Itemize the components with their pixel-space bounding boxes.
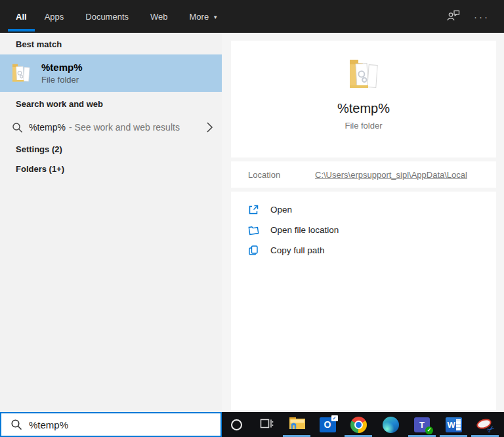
search-web-header: Search work and web — [16, 99, 103, 109]
copy-icon — [248, 245, 259, 256]
best-match-title: %temp% — [41, 62, 83, 73]
active-tab-underline — [8, 29, 35, 31]
web-search-suggestion[interactable]: %temp% - See work and web results — [0, 115, 222, 139]
search-input-value: %temp% — [29, 419, 68, 430]
action-open[interactable]: Open — [231, 199, 496, 220]
taskbar-item-edge[interactable] — [381, 412, 400, 437]
word-icon: W — [446, 417, 462, 432]
cortana-icon — [231, 419, 242, 430]
actions-card: Open Open file location Copy full path — [231, 192, 496, 410]
taskbar-item-outlook[interactable]: O ✓ — [318, 412, 337, 437]
tab-more-label: More — [190, 12, 209, 22]
options-ellipsis-icon[interactable]: ··· — [474, 12, 490, 22]
taskbar-item-chrome[interactable] — [348, 412, 368, 437]
file-explorer-icon — [288, 415, 306, 434]
chevron-down-icon: ▼ — [213, 14, 218, 20]
edge-icon — [383, 417, 399, 433]
task-view-icon — [259, 417, 274, 432]
location-link[interactable]: C:\Users\erpsupport_sipl\AppData\Local — [315, 170, 467, 180]
settings-group-header[interactable]: Settings (2) — [16, 144, 62, 154]
outlook-icon: O ✓ — [320, 417, 336, 432]
folder-icon-large — [345, 56, 383, 93]
action-open-file-location-label: Open file location — [270, 225, 339, 235]
best-match-result[interactable]: %temp% File folder — [0, 54, 222, 92]
tab-more[interactable]: More ▼ — [190, 0, 222, 33]
feedback-icon[interactable] — [446, 9, 461, 24]
preview-card: %temp% File folder — [231, 41, 496, 157]
action-copy-full-path[interactable]: Copy full path — [231, 240, 496, 260]
suggestion-query: %temp% — [29, 122, 66, 133]
taskbar-search-box[interactable]: %temp% — [0, 412, 222, 437]
tab-apps-label: Apps — [45, 12, 64, 22]
preview-title: %temp% — [231, 101, 496, 116]
outlook-envelope-badge: ✓ — [331, 415, 338, 421]
teams-status-badge: ✓ — [425, 427, 433, 434]
open-icon — [248, 204, 259, 215]
taskbar-item-taskview[interactable] — [257, 412, 276, 437]
search-filter-bar: All Apps Documents Web More ▼ — [0, 0, 504, 33]
tab-apps[interactable]: Apps — [45, 0, 68, 33]
taskbar-item-explorer[interactable] — [287, 412, 306, 437]
tab-web-label: Web — [150, 12, 168, 22]
taskbar-item-teams[interactable]: T ✓ — [412, 412, 432, 437]
preview-panel: %temp% File folder Location C:\Users\erp… — [222, 33, 504, 412]
location-card: Location C:\Users\erpsupport_sipl\AppDat… — [231, 161, 496, 188]
search-results-panel: Best match %temp% File folder Search — [0, 33, 222, 412]
best-match-subtitle: File folder — [41, 75, 83, 85]
search-icon — [10, 419, 22, 430]
teams-icon: T ✓ — [414, 417, 430, 432]
taskbar-item-cortana[interactable] — [226, 412, 246, 437]
taskbar-item-snip[interactable]: ✂ — [475, 412, 495, 437]
tab-web[interactable]: Web — [150, 0, 172, 33]
topbar-actions: ··· — [446, 9, 490, 24]
filter-tabs: All Apps Documents Web More ▼ — [16, 0, 222, 33]
tab-documents-label: Documents — [85, 12, 129, 22]
action-open-file-location[interactable]: Open file location — [231, 220, 496, 240]
action-copy-full-path-label: Copy full path — [270, 245, 325, 255]
tab-all-label: All — [16, 12, 27, 22]
folder-outline-icon — [248, 224, 259, 236]
snipping-tool-icon: ✂ — [476, 416, 494, 433]
search-icon — [12, 122, 23, 133]
chrome-icon — [350, 417, 367, 433]
suggestion-hint: - See work and web results — [69, 122, 180, 133]
tab-all[interactable]: All — [16, 0, 27, 33]
action-open-label: Open — [270, 205, 292, 215]
taskbar-item-word[interactable]: W — [444, 412, 463, 437]
best-match-header: Best match — [16, 39, 62, 49]
preview-subtitle: File folder — [231, 121, 496, 131]
chevron-right-icon — [206, 121, 213, 133]
tab-documents[interactable]: Documents — [85, 0, 133, 33]
location-label: Location — [248, 170, 315, 180]
folders-group-header[interactable]: Folders (1+) — [16, 164, 64, 174]
folder-icon — [9, 61, 33, 86]
